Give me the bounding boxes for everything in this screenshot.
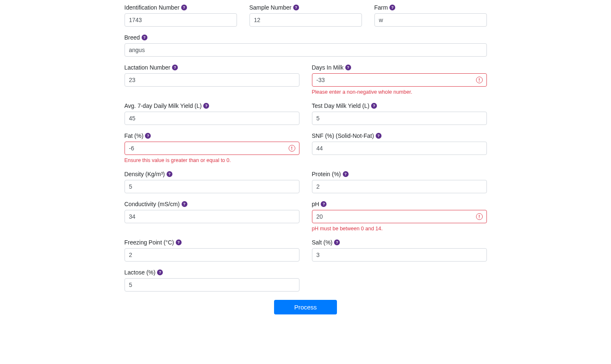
input-freezing-point[interactable] [125,248,299,262]
error-ph: pH must be between 0 and 14. [312,226,487,232]
field-identification-number: Identification Number ? [125,4,237,27]
field-conductivity: Conductivity (mS/cm) ? [125,201,299,232]
error-icon: ! [289,145,295,152]
input-farm[interactable] [374,13,487,27]
label-test-day-yield: Test Day Milk Yield (L) ? [312,102,487,109]
input-sample-number[interactable] [249,13,362,27]
field-freezing-point: Freezing Point (°C) ? [125,239,299,262]
help-icon[interactable]: ? [371,103,377,109]
field-lactation-number: Lactation Number ? [125,64,299,95]
help-icon[interactable]: ? [376,133,382,139]
help-icon[interactable]: ? [172,65,178,70]
label-salt: Salt (%) ? [312,239,487,246]
help-icon[interactable]: ? [182,201,187,207]
help-icon[interactable]: ? [334,239,340,245]
label-protein: Protein (%) ? [312,171,487,177]
error-icon: ! [476,77,483,83]
field-sample-number: Sample Number ? [249,4,362,27]
input-breed[interactable] [125,43,487,57]
input-density[interactable] [125,180,299,193]
label-conductivity: Conductivity (mS/cm) ? [125,201,299,207]
help-icon[interactable]: ? [321,201,327,207]
input-snf[interactable] [312,142,487,155]
help-icon[interactable]: ? [293,5,299,10]
label-farm: Farm ? [374,4,487,11]
field-snf: SNF (%) (Solid-Not-Fat) ? [312,132,487,163]
input-days-in-milk[interactable] [312,73,487,87]
field-test-day-yield: Test Day Milk Yield (L) ? [312,102,487,125]
field-avg-7day-yield: Avg. 7-day Daily Milk Yield (L) ? [125,102,299,125]
help-icon[interactable]: ? [343,171,349,177]
label-identification-number: Identification Number ? [125,4,237,11]
input-fat[interactable] [125,142,299,155]
label-breed: Breed ? [125,34,487,41]
label-freezing-point: Freezing Point (°C) ? [125,239,299,246]
error-fat: Ensure this value is greater than or equ… [125,157,299,163]
input-salt[interactable] [312,248,487,262]
help-icon[interactable]: ? [389,5,395,10]
field-breed: Breed ? [125,34,487,57]
label-avg-7day-yield: Avg. 7-day Daily Milk Yield (L) ? [125,102,299,109]
error-days-in-milk: Please enter a non-negative whole number… [312,89,487,95]
label-sample-number: Sample Number ? [249,4,362,11]
label-snf: SNF (%) (Solid-Not-Fat) ? [312,132,487,139]
help-icon[interactable]: ? [167,171,172,177]
input-test-day-yield[interactable] [312,112,487,125]
help-icon[interactable]: ? [157,269,163,275]
input-protein[interactable] [312,180,487,193]
field-ph: pH ? ! pH must be between 0 and 14. [312,201,487,232]
input-identification-number[interactable] [125,13,237,27]
help-icon[interactable]: ? [176,239,182,245]
help-icon[interactable]: ? [181,5,187,10]
input-ph[interactable] [312,210,487,223]
label-density: Density (Kg/m³) ? [125,171,299,177]
help-icon[interactable]: ? [203,103,209,109]
field-days-in-milk: Days In Milk ? ! Please enter a non-nega… [312,64,487,95]
error-icon: ! [476,213,483,220]
label-fat: Fat (%) ? [125,132,299,139]
field-farm: Farm ? [374,4,487,27]
help-icon[interactable]: ? [142,35,147,40]
input-lactation-number[interactable] [125,73,299,87]
form-container: Identification Number ? Sample Number ? … [125,0,487,323]
field-lactose: Lactose (%) ? [125,269,299,292]
label-lactation-number: Lactation Number ? [125,64,299,71]
label-days-in-milk: Days In Milk ? [312,64,487,71]
field-fat: Fat (%) ? ! Ensure this value is greater… [125,132,299,163]
process-button[interactable]: Process [274,300,337,314]
input-lactose[interactable] [125,278,299,292]
input-avg-7day-yield[interactable] [125,112,299,125]
input-conductivity[interactable] [125,210,299,223]
field-protein: Protein (%) ? [312,171,487,193]
help-icon[interactable]: ? [145,133,151,139]
label-ph: pH ? [312,201,487,207]
field-salt: Salt (%) ? [312,239,487,262]
field-density: Density (Kg/m³) ? [125,171,299,193]
label-lactose: Lactose (%) ? [125,269,299,276]
help-icon[interactable]: ? [345,65,351,70]
